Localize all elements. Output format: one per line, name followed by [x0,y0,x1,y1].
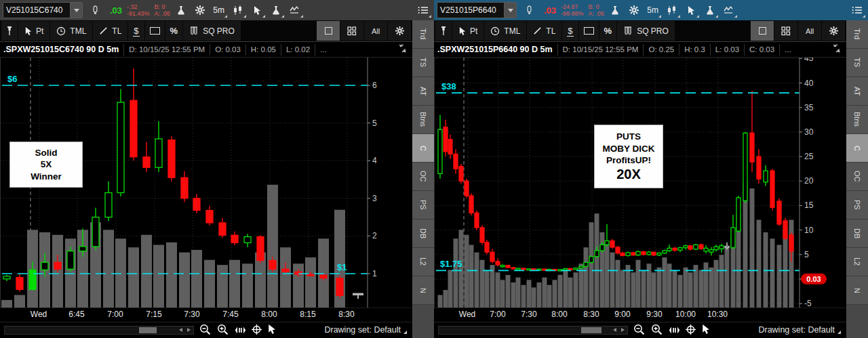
side-tab-oc[interactable]: OC [412,163,434,191]
h-scrollbar[interactable] [438,326,628,335]
annotation-box[interactable]: Solid5XWinner [9,142,83,188]
side-tab-c[interactable]: C [412,134,434,163]
pointer-tool-button[interactable]: Pt [18,21,50,41]
cursor-tool-button[interactable] [248,2,265,18]
chart-gear-button[interactable] [388,21,411,41]
pin-button[interactable] [1,21,18,41]
side-tab-db[interactable]: DB [846,219,868,248]
symbol-input[interactable]: V251015C6740 [3,2,83,18]
cursor-tool-button[interactable] [682,2,699,18]
collapse-icon[interactable] [393,43,412,56]
grid-layout-button[interactable] [340,21,363,41]
zoom-out-button[interactable] [199,324,212,338]
svg-text:-5: -5 [804,299,812,308]
all-button[interactable]: All [364,21,387,41]
cursor-mode-button[interactable] [267,324,276,337]
chart-type-button[interactable] [663,2,680,18]
sq-pro-button[interactable]: SQ PRO [183,21,241,41]
chart-gear-button[interactable] [822,21,845,41]
scroll-step-left-icon[interactable] [613,328,616,332]
percent-tool-button[interactable]: % [599,21,617,41]
scroll-step-left-icon[interactable] [179,328,182,332]
trendline-tool-button[interactable]: TL [93,21,127,41]
side-tab-trd[interactable]: Trd [846,20,868,49]
menu-button[interactable] [414,2,431,18]
single-chart-button[interactable] [751,21,774,41]
chart-area[interactable]: $38$1.7545403530252015105-50.03 PUTSMOBY… [434,58,846,308]
side-tab-c[interactable]: C [846,134,868,163]
analyze-flask-icon[interactable] [606,2,623,18]
side-tab-btns[interactable]: Btns [412,106,434,134]
price-level-tool-button[interactable]: $ [562,21,578,41]
scrollbar-thumb[interactable] [581,327,601,333]
collapse-icon[interactable] [827,43,846,56]
symbol-value[interactable]: V251015P6640 [437,5,504,15]
menu-button[interactable] [848,2,865,18]
annotation-line: ProfitsUP! [606,154,651,167]
rectangle-tool-button[interactable] [579,21,599,41]
side-tab-l2[interactable]: L2 [846,248,868,276]
symbol-link-icon[interactable] [85,2,106,18]
symbol-link-icon[interactable] [519,2,540,18]
symbol-dropdown-button[interactable] [70,3,82,18]
pointer-tool-button[interactable]: Pt [452,21,484,41]
timeline-tool-button[interactable]: TML [50,21,92,41]
svg-text:3: 3 [372,194,377,203]
crosshair-button[interactable] [685,324,696,337]
single-chart-button[interactable] [317,21,340,41]
timeframe-button[interactable]: 5m [644,2,661,18]
analyze-flask-icon[interactable] [172,2,189,18]
symbol-input[interactable]: V251015P6640 [437,2,517,18]
drawing-set-selector[interactable]: Drawing set: Default [324,325,407,335]
scrollbar-thumb[interactable] [139,327,157,333]
settings-gear-icon[interactable] [191,2,208,18]
side-tab-ts[interactable]: TS [412,49,434,77]
side-tab-at[interactable]: AT [412,77,434,106]
h-scrollbar[interactable] [4,326,194,335]
settings-gear-icon[interactable] [625,2,642,18]
grid-layout-button[interactable] [774,21,797,41]
scroll-step-right-icon[interactable] [187,328,191,332]
trendline-tool-button[interactable]: TL [527,21,561,41]
timeframe-button[interactable]: 5m [210,2,227,18]
strategies-button[interactable] [286,2,303,18]
zoom-in-button[interactable] [651,324,663,338]
rectangle-tool-button[interactable] [145,21,165,41]
ohlc-cell: O: 0.03 [210,44,245,56]
crosshair-button[interactable] [251,324,262,337]
all-button[interactable]: All [798,21,821,41]
studies-flask-button[interactable] [701,2,718,18]
chart-type-button[interactable] [229,2,246,18]
side-tab-oc[interactable]: OC [846,163,868,191]
side-tab-l2[interactable]: L2 [412,248,434,276]
scroll-step-right-icon[interactable] [621,328,625,332]
pan-button[interactable] [669,326,680,337]
price-level-tool-button[interactable]: $ [128,21,144,41]
zoom-in-button[interactable] [217,324,229,338]
studies-flask-button[interactable] [267,2,284,18]
symbol-dropdown-button[interactable] [504,3,516,18]
zoom-out-button[interactable] [633,324,646,338]
annotation-box[interactable]: PUTSMOBY DICKProfitsUP!20X [594,125,663,188]
side-tab-at[interactable]: AT [846,77,868,106]
side-tab-btns[interactable]: Btns [846,106,868,134]
side-tab-n[interactable]: N [846,276,868,305]
side-tab-trd[interactable]: Trd [412,20,434,49]
drawing-set-selector[interactable]: Drawing set: Default [758,325,841,335]
percent-tool-button[interactable]: % [165,21,183,41]
side-tab-n[interactable]: N [412,276,434,305]
cursor-mode-button[interactable] [701,324,710,337]
symbol-value[interactable]: V251015C6740 [3,5,70,15]
side-tab-ps[interactable]: PS [412,191,434,219]
time-label: 10:00 [675,310,696,319]
side-tab-ts[interactable]: TS [846,49,868,77]
pin-button[interactable] [435,21,452,41]
pan-button[interactable] [235,326,246,337]
chart-area[interactable]: $6$1654321 Solid5XWinner [0,58,412,308]
side-tab-db[interactable]: DB [412,219,434,248]
sq-pro-button[interactable]: SQ PRO [617,21,675,41]
strategies-button[interactable] [720,2,737,18]
side-tab-ps[interactable]: PS [846,191,868,219]
svg-text:2: 2 [372,231,377,240]
timeline-tool-button[interactable]: TML [484,21,526,41]
